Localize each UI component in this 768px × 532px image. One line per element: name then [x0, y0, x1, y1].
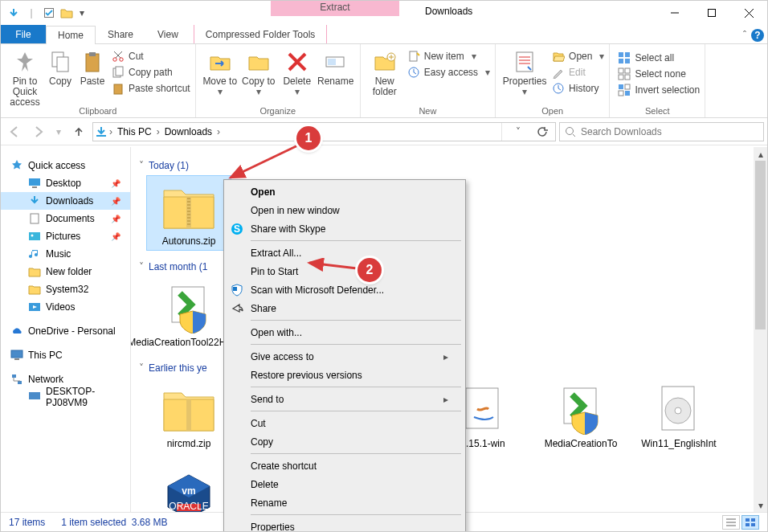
delete-button[interactable]: Delete▾	[278, 46, 317, 97]
scroll-up-button[interactable]: ▴	[754, 147, 767, 161]
ctx-cut[interactable]: Cut	[227, 414, 463, 432]
select-all-button[interactable]: Select all	[618, 51, 700, 65]
file-virtualbox[interactable]: vmORACLE VirtualBox-6.1.32	[147, 467, 231, 512]
ctx-separator	[251, 411, 461, 411]
ctx-copy[interactable]: Copy	[227, 432, 463, 451]
ctx-share-skype[interactable]: SShare with Skype	[227, 219, 463, 238]
new-folder-button[interactable]: New folder	[366, 46, 404, 97]
ribbon-collapse-icon[interactable]: ˆ	[743, 30, 746, 41]
context-tool-tab[interactable]: Compressed Folder Tools	[194, 25, 328, 43]
open-dropdown-button[interactable]: Open▾	[552, 49, 604, 63]
ctx-scan-defender[interactable]: Scan with Microsoft Defender...	[227, 280, 463, 299]
edit-button[interactable]: Edit	[552, 65, 604, 80]
home-tab[interactable]: Home	[46, 26, 96, 44]
ctx-properties[interactable]: Properties	[227, 518, 463, 532]
nav-onedrive[interactable]: OneDrive - Personal	[1, 322, 130, 340]
file-win11[interactable]: Win11_EnglishInt	[637, 379, 721, 452]
nav-up-button[interactable]	[68, 121, 89, 142]
crumb-downloads[interactable]: Downloads	[161, 126, 215, 137]
nav-this-pc[interactable]: This PC	[1, 346, 130, 364]
nav-music[interactable]: Music	[1, 245, 130, 263]
ctx-create-shortcut[interactable]: Create shortcut	[227, 456, 463, 475]
ctx-share[interactable]: Share	[227, 299, 463, 317]
nav-videos[interactable]: Videos	[1, 298, 130, 316]
copy-path-button[interactable]: Copy path	[112, 65, 190, 80]
qat-folder-icon[interactable]	[59, 4, 75, 22]
ctx-open[interactable]: Open	[227, 182, 463, 201]
group-organize: Move to▾ Copy to▾ Delete▾ Rename Organiz…	[196, 44, 361, 117]
rename-button[interactable]: Rename	[317, 46, 355, 97]
svg-rect-44	[186, 399, 191, 431]
nav-forward-button[interactable]	[28, 121, 49, 142]
svg-rect-33	[31, 214, 39, 223]
nav-recent-button[interactable]: ▾	[52, 121, 65, 142]
skype-icon: S	[231, 223, 243, 235]
move-to-button[interactable]: Move to▾	[201, 46, 239, 97]
history-button[interactable]: History	[552, 81, 604, 96]
new-item-button[interactable]: New item▾	[407, 49, 490, 63]
nav-back-button[interactable]	[4, 121, 25, 142]
paste-shortcut-button[interactable]: Paste shortcut	[112, 81, 190, 96]
details-view-button[interactable]	[722, 515, 740, 530]
qat-customize-icon[interactable]: ▾	[76, 4, 88, 22]
select-none-button[interactable]: Select none	[618, 67, 700, 81]
context-tab-extract[interactable]: Extract	[271, 1, 399, 16]
open-icon	[552, 50, 565, 63]
crumb-sep-icon[interactable]: ›	[109, 126, 112, 137]
icon-view-button[interactable]	[741, 515, 759, 530]
svg-rect-26	[619, 84, 623, 89]
ctx-open-new-window[interactable]: Open in new window	[227, 201, 463, 219]
submenu-arrow-icon: ▸	[443, 351, 448, 362]
scroll-down-button[interactable]: ▾	[754, 498, 767, 512]
file-media-creation-tool[interactable]: MediaCreationTool22H2.exe	[147, 277, 231, 351]
qat-checkbox-icon[interactable]	[41, 4, 57, 22]
ctx-delete[interactable]: Delete	[227, 475, 463, 493]
nav-desktop[interactable]: Desktop📌	[1, 174, 130, 192]
properties-button[interactable]: Properties▾	[500, 46, 549, 97]
ctx-rename[interactable]: Rename	[227, 493, 463, 512]
vertical-scrollbar[interactable]: ▴ ▾	[754, 147, 767, 512]
easy-access-button[interactable]: Easy access▾	[407, 65, 490, 80]
view-tab[interactable]: View	[145, 25, 190, 43]
crumb-this-pc[interactable]: This PC	[114, 126, 155, 137]
crumb-sep-icon[interactable]: ›	[157, 126, 160, 137]
file-autoruns-zip[interactable]: Autoruns.zip	[147, 176, 231, 250]
easy-access-icon	[407, 66, 420, 79]
address-dropdown-button[interactable]: ˅	[507, 126, 529, 137]
maximize-button[interactable]	[693, 1, 730, 25]
nav-downloads[interactable]: Downloads📌	[1, 192, 130, 210]
minimize-button[interactable]	[656, 1, 693, 25]
copy-button[interactable]: Copy	[44, 46, 76, 108]
nav-quick-access[interactable]: Quick access	[1, 157, 130, 174]
star-icon	[10, 159, 23, 172]
defender-icon	[231, 284, 243, 297]
search-field[interactable]: Search Downloads	[559, 122, 764, 141]
help-icon[interactable]: ?	[751, 29, 764, 42]
nav-newfolder[interactable]: New folder	[1, 263, 130, 280]
nav-pictures[interactable]: Pictures📌	[1, 227, 130, 245]
qat-down-arrow-icon[interactable]	[6, 4, 22, 22]
close-button[interactable]	[730, 1, 767, 25]
ctx-send-to[interactable]: Send to▸	[227, 390, 463, 408]
ctx-give-access[interactable]: Give access to▸	[227, 347, 463, 366]
scroll-thumb[interactable]	[755, 161, 766, 329]
file-mediacreation[interactable]: MediaCreationTo	[539, 379, 623, 452]
ctx-open-with[interactable]: Open with...	[227, 323, 463, 342]
copy-to-button[interactable]: Copy to▾	[239, 46, 278, 97]
cut-button[interactable]: Cut	[112, 49, 190, 63]
copy-label: Copy	[49, 76, 71, 87]
nav-documents[interactable]: Documents📌	[1, 210, 130, 227]
nav-system32[interactable]: System32	[1, 280, 130, 298]
address-field[interactable]: › This PC › Downloads › ˅	[92, 122, 556, 141]
ctx-restore-versions[interactable]: Restore previous versions	[227, 366, 463, 384]
nav-desktop-pc[interactable]: DESKTOP-PJ08VM9	[1, 388, 130, 406]
file-nircmd-zip[interactable]: nircmd.zip	[147, 379, 231, 452]
refresh-button[interactable]	[531, 126, 554, 137]
svg-rect-19	[625, 52, 630, 57]
share-tab[interactable]: Share	[96, 25, 145, 43]
file-tab[interactable]: File	[1, 25, 46, 43]
crumb-sep-icon[interactable]: ›	[217, 126, 220, 137]
paste-button[interactable]: Paste	[76, 46, 108, 108]
invert-selection-button[interactable]: Invert selection	[618, 83, 700, 97]
pin-to-quick-access-button[interactable]: Pin to Quick access	[6, 46, 44, 108]
